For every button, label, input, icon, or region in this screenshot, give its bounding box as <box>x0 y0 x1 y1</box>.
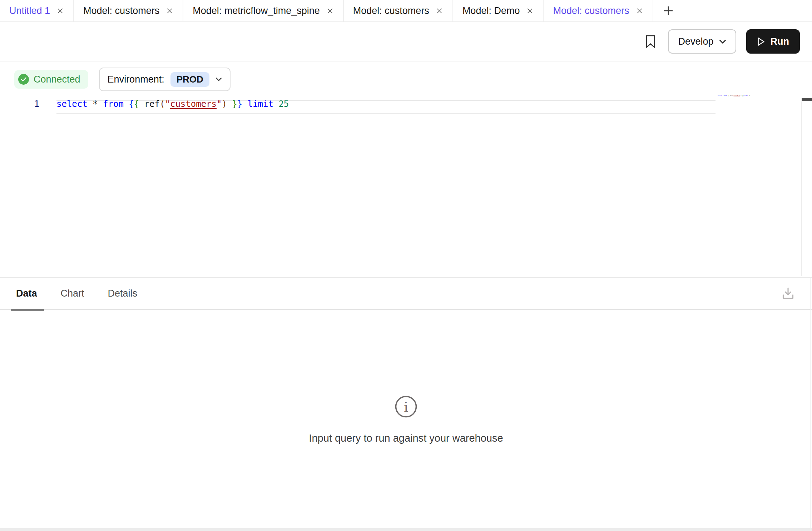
code-token <box>124 99 129 109</box>
tab-model-customers-3[interactable]: Model: customers <box>544 0 653 21</box>
tab-label: Model: metricflow_time_spine <box>193 5 320 16</box>
ide-window: Untitled 1 Model: customers Model: metri… <box>0 0 812 531</box>
download-icon <box>781 286 796 301</box>
develop-button-label: Develop <box>678 36 713 47</box>
tab-model-customers-2[interactable]: Model: customers <box>344 0 453 21</box>
play-icon <box>757 37 765 46</box>
download-results-button[interactable] <box>781 286 796 301</box>
connection-status-label: Connected <box>34 74 80 85</box>
connection-status-badge: Connected <box>14 70 88 89</box>
results-panel: Data Chart Details i Input query to run … <box>0 277 812 528</box>
code-token: } <box>237 99 242 109</box>
svg-text:i: i <box>404 399 408 415</box>
tab-label: Model: customers <box>553 5 629 16</box>
results-tabs-divider <box>0 309 812 311</box>
tab-label: Model: customers <box>353 5 429 16</box>
info-circle-icon: i <box>395 395 417 420</box>
code-token <box>227 99 232 109</box>
code-token: " <box>217 99 222 109</box>
code-token: customers <box>734 95 740 96</box>
tab-data[interactable]: Data <box>16 288 37 299</box>
connection-bar: Connected Environment: PROD <box>0 61 812 94</box>
code-token: limit <box>744 95 748 96</box>
code-token: select <box>56 99 88 109</box>
bookmark-icon <box>645 35 656 48</box>
plus-icon <box>663 5 674 16</box>
code-token: } <box>232 99 237 109</box>
status-bar-edge <box>0 528 812 531</box>
editor-minimap[interactable]: select * from {{ ref("customers") }} lim… <box>718 95 750 96</box>
develop-dropdown-button[interactable]: Develop <box>668 29 736 54</box>
tab-model-customers-1[interactable]: Model: customers <box>74 0 183 21</box>
tab-label: Model: Demo <box>462 5 520 16</box>
code-token: 25 <box>749 95 750 96</box>
code-token: { <box>134 99 139 109</box>
code-token: " <box>165 99 170 109</box>
tab-details[interactable]: Details <box>108 288 138 299</box>
bookmark-button[interactable] <box>645 35 656 48</box>
code-token: ( <box>160 99 165 109</box>
line-number: 1 <box>0 99 39 109</box>
code-token <box>98 99 103 109</box>
run-button-label: Run <box>771 36 789 47</box>
close-icon[interactable] <box>166 7 173 15</box>
code-token: limit <box>248 99 273 109</box>
code-token: * <box>93 99 98 109</box>
tab-model-metricflow-time-spine[interactable]: Model: metricflow_time_spine <box>183 0 344 21</box>
code-token: select <box>718 95 722 96</box>
code-token: 25 <box>278 99 289 109</box>
tab-bar: Untitled 1 Model: customers Model: metri… <box>0 0 812 22</box>
active-tab-indicator <box>11 309 44 311</box>
tab-label: Model: customers <box>83 5 159 16</box>
code-token: from <box>103 99 124 109</box>
toolbar: Develop Run <box>0 22 812 61</box>
sql-editor[interactable]: 1 select * from {{ ref("customers") }} l… <box>0 94 812 277</box>
code-token: { <box>129 99 134 109</box>
close-icon[interactable] <box>526 7 534 15</box>
code-line-1[interactable]: 1 select * from {{ ref("customers") }} l… <box>0 97 812 111</box>
results-empty-state: i Input query to run against your wareho… <box>0 311 812 528</box>
close-icon[interactable] <box>56 7 64 15</box>
chevron-down-icon <box>216 77 222 81</box>
check-circle-icon <box>18 74 29 85</box>
tab-untitled-1[interactable]: Untitled 1 <box>0 0 74 21</box>
results-tab-bar: Data Chart Details <box>0 278 812 309</box>
empty-state-message: Input query to run against your warehous… <box>309 432 503 444</box>
code-token: from <box>724 95 727 96</box>
close-icon[interactable] <box>436 7 443 15</box>
code-token <box>242 99 247 109</box>
code-token: ref <box>144 99 160 109</box>
tab-chart[interactable]: Chart <box>61 288 84 299</box>
close-icon[interactable] <box>636 7 643 15</box>
new-tab-button[interactable] <box>653 0 683 21</box>
code-token: ) <box>222 99 227 109</box>
environment-value-badge: PROD <box>170 72 209 87</box>
code-text[interactable]: select * from {{ ref("customers") }} lim… <box>56 99 289 109</box>
code-token <box>88 99 93 109</box>
close-icon[interactable] <box>326 7 334 15</box>
tab-label: Untitled 1 <box>9 5 50 16</box>
panel-scrollbar-track <box>810 278 811 528</box>
minimap-border <box>801 101 802 276</box>
minimap-code-line: select * from {{ ref("customers") }} lim… <box>718 95 750 96</box>
editor-scrollbar-thumb[interactable] <box>802 98 812 101</box>
run-button[interactable]: Run <box>746 29 800 54</box>
code-token <box>139 99 144 109</box>
tab-model-demo[interactable]: Model: Demo <box>453 0 544 21</box>
environment-label: Environment: <box>108 74 164 85</box>
code-token: customers <box>170 99 217 109</box>
environment-selector[interactable]: Environment: PROD <box>99 68 231 91</box>
code-token <box>273 99 278 109</box>
chevron-down-icon <box>719 39 726 44</box>
